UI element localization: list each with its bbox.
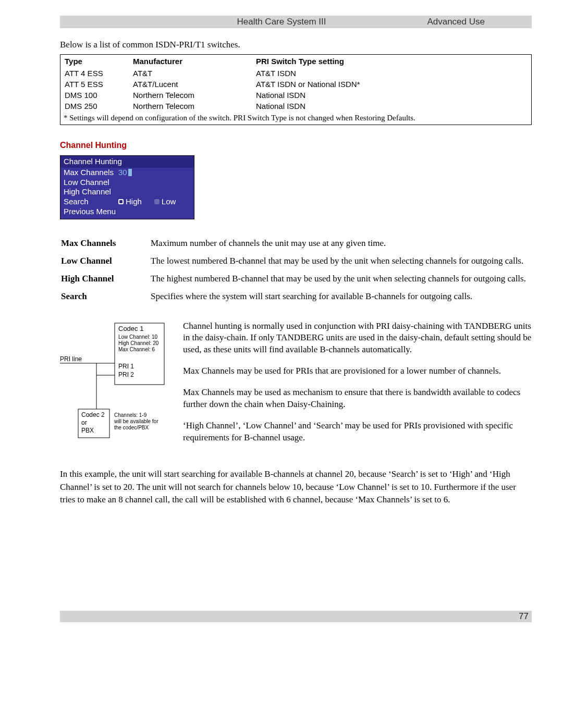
diagram-side-text: Channel hunting is normally used in conj… <box>183 320 532 454</box>
side-para: Max Channels may be used as mechanism to… <box>183 387 532 411</box>
svg-text:will be available for: will be available for <box>114 418 158 424</box>
osd-option-low: Low <box>154 197 176 207</box>
side-para: Channel hunting is normally used in conj… <box>183 320 532 356</box>
svg-text:or: or <box>81 419 87 426</box>
radio-unselected-icon <box>154 199 160 204</box>
definition-row: Max Channels Maximum number of channels … <box>61 235 531 252</box>
table-row: DMS 250 Northern Telecom National ISDN <box>60 101 532 112</box>
osd-option-high: High <box>118 197 142 207</box>
th-type: Type <box>60 55 129 68</box>
th-setting: PRI Switch Type setting <box>252 55 532 68</box>
cursor-icon <box>128 169 132 176</box>
diag-pri-line: PRI line <box>60 355 82 363</box>
osd-search-label: Search <box>64 197 118 207</box>
intro-text: Below is a list of common ISDN-PRI/T1 sw… <box>60 40 532 50</box>
svg-text:High Channel: 20: High Channel: 20 <box>118 340 159 346</box>
svg-text:Low Channel: 10: Low Channel: 10 <box>118 334 157 340</box>
svg-text:Max Channel: 6: Max Channel: 6 <box>118 347 155 352</box>
osd-screenshot: Channel Hunting Max Channels 30 Low Chan… <box>60 155 194 219</box>
definition-row: Search Specifies where the system will s… <box>61 288 531 305</box>
th-mfr: Manufacturer <box>129 55 252 68</box>
switch-table: Type Manufacturer PRI Switch Type settin… <box>60 54 532 125</box>
page-header: Health Care System III Advanced Use <box>60 16 532 28</box>
osd-high-label: High Channel <box>64 187 118 197</box>
side-para: Max Channels may be used for PRIs that a… <box>183 365 532 377</box>
definition-row: Low Channel The lowest numbered B-channe… <box>61 253 531 269</box>
osd-max-label: Max Channels <box>64 168 118 178</box>
osd-prev-menu: Previous Menu <box>64 207 118 217</box>
radio-selected-icon <box>118 199 124 204</box>
osd-low-label: Low Channel <box>64 178 118 188</box>
osd-max-value: 30 <box>118 168 132 178</box>
osd-title: Channel Hunting <box>60 156 194 168</box>
section-heading: Channel Hunting <box>60 141 532 150</box>
table-footnote: * Settings will depend on configuration … <box>60 112 532 125</box>
svg-text:Codec 2: Codec 2 <box>81 411 105 418</box>
svg-text:Codec 1: Codec 1 <box>118 325 143 332</box>
header-center-title: Health Care System III <box>0 17 563 27</box>
pri-daisy-chain-diagram: PRI line Codec 1 Low Channel: 10 High Ch… <box>60 320 169 454</box>
svg-text:Channels: 1-9: Channels: 1-9 <box>114 412 147 418</box>
table-row: ATT 4 ESS AT&T AT&T ISDN <box>60 68 532 79</box>
svg-text:PRI 1: PRI 1 <box>118 363 134 370</box>
table-row: DMS 100 Northern Telecom National ISDN <box>60 90 532 101</box>
example-paragraph: In this example, the unit will start sea… <box>60 468 532 507</box>
svg-text:PRI 2: PRI 2 <box>118 371 134 378</box>
page-footer: 77 <box>60 611 532 622</box>
side-para: ‘High Channel’, ‘Low Channel’ and ‘Searc… <box>183 420 532 444</box>
svg-text:PBX: PBX <box>81 427 94 434</box>
definitions-table: Max Channels Maximum number of channels … <box>60 234 532 306</box>
table-row: ATT 5 ESS AT&T/Lucent AT&T ISDN or Natio… <box>60 79 532 90</box>
svg-text:the codec/PBX: the codec/PBX <box>114 425 149 430</box>
definition-row: High Channel The highest numbered B-chan… <box>61 270 531 287</box>
page-number: 77 <box>519 611 532 622</box>
